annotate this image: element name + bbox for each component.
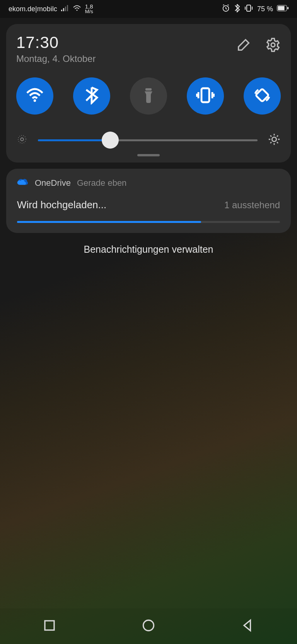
notification-header: OneDrive Gerade eben <box>17 178 280 188</box>
svg-point-11 <box>34 99 36 102</box>
qs-datetime: 17:30 Montag, 4. Oktober <box>16 33 96 64</box>
bluetooth-icon <box>82 86 101 106</box>
status-right: 75 % <box>222 4 288 14</box>
quick-settings-panel: 17:30 Montag, 4. Oktober <box>6 24 291 163</box>
svg-point-16 <box>18 135 26 143</box>
autorotate-toggle[interactable] <box>244 77 281 115</box>
svg-rect-6 <box>247 5 251 11</box>
upload-progress <box>17 221 280 223</box>
slider-track <box>38 139 258 141</box>
svg-rect-1 <box>63 8 64 11</box>
recent-apps-button[interactable] <box>43 618 56 634</box>
notification-body: Wird hochgeladen... 1 ausstehend <box>17 199 280 211</box>
flashlight-toggle[interactable] <box>130 77 167 115</box>
notification-time: Gerade eben <box>77 178 126 188</box>
wifi-toggle[interactable] <box>16 77 53 115</box>
svg-point-4 <box>76 9 77 10</box>
notification-title: Wird hochgeladen... <box>17 199 106 211</box>
signal-icon <box>61 5 69 14</box>
flashlight-icon <box>139 86 158 106</box>
carrier-text: ekom.de|mobilc <box>9 5 57 13</box>
edit-button[interactable] <box>236 37 251 54</box>
home-button[interactable] <box>142 618 155 634</box>
vibrate-status-icon <box>244 4 253 14</box>
svg-rect-2 <box>65 7 66 11</box>
notification-app-name: OneDrive <box>35 178 71 188</box>
brightness-slider[interactable] <box>38 132 258 149</box>
status-bar: ekom.de|mobilc 1,8 M/s 75 % <box>0 0 297 18</box>
svg-point-17 <box>272 137 276 141</box>
bluetooth-status-icon <box>234 4 240 14</box>
battery-icon <box>277 5 288 13</box>
qs-header: 17:30 Montag, 4. Oktober <box>16 33 281 64</box>
progress-fill <box>17 221 201 223</box>
onedrive-icon <box>17 178 29 188</box>
settings-button[interactable] <box>265 37 281 54</box>
slider-thumb[interactable] <box>102 132 119 149</box>
wifi-status-icon <box>73 5 81 14</box>
svg-rect-8 <box>278 6 285 10</box>
svg-rect-13 <box>201 88 209 102</box>
manage-notifications-button[interactable]: Benachrichtigungen verwalten <box>0 242 297 257</box>
qs-date: Montag, 4. Oktober <box>16 53 96 64</box>
svg-rect-9 <box>287 7 288 9</box>
brightness-row <box>16 132 281 149</box>
wifi-icon <box>26 86 44 106</box>
network-speed: 1,8 M/s <box>85 4 93 14</box>
svg-point-15 <box>20 138 24 141</box>
brightness-high-icon <box>268 133 281 147</box>
svg-point-19 <box>143 620 154 631</box>
status-left: ekom.de|mobilc 1,8 M/s <box>9 4 93 14</box>
alarm-icon <box>222 4 230 14</box>
back-button[interactable] <box>241 618 254 634</box>
speed-unit: M/s <box>85 9 93 14</box>
notification-card[interactable]: OneDrive Gerade eben Wird hochgeladen...… <box>6 169 291 233</box>
svg-point-10 <box>271 43 275 47</box>
navigation-bar <box>0 608 297 644</box>
svg-rect-3 <box>67 5 68 11</box>
vibrate-icon <box>196 86 215 106</box>
svg-rect-18 <box>45 621 54 630</box>
brightness-low-icon <box>16 134 28 147</box>
qs-toggles-row <box>16 77 281 115</box>
autorotate-icon <box>253 86 271 106</box>
expand-handle[interactable] <box>137 154 160 156</box>
notification-subtitle: 1 ausstehend <box>224 200 280 211</box>
qs-time: 17:30 <box>16 33 96 52</box>
svg-rect-0 <box>61 10 62 11</box>
battery-text: 75 % <box>257 5 273 13</box>
slider-fill <box>38 139 110 141</box>
svg-rect-12 <box>145 88 152 91</box>
vibrate-toggle[interactable] <box>187 77 224 115</box>
bluetooth-toggle[interactable] <box>73 77 110 115</box>
